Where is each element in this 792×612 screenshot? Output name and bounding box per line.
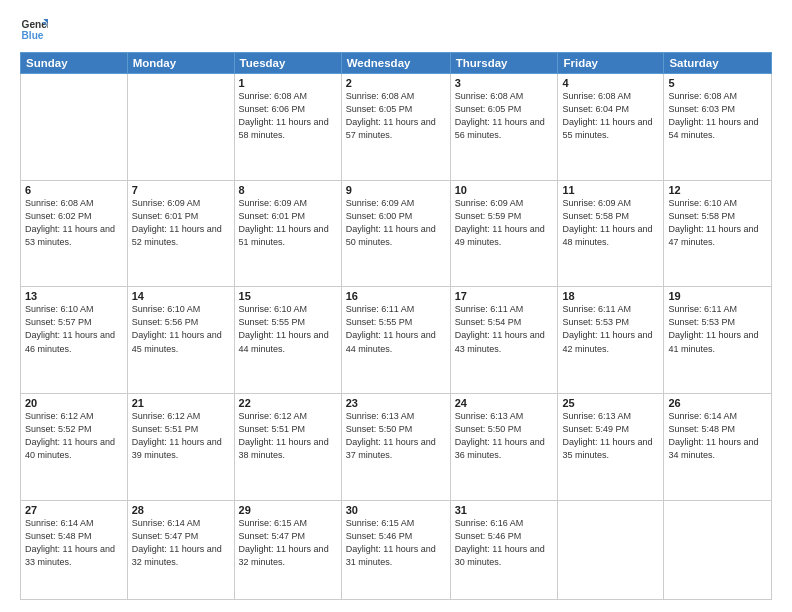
calendar-cell: 18Sunrise: 6:11 AMSunset: 5:53 PMDayligh…: [558, 287, 664, 394]
calendar-cell: [664, 500, 772, 599]
calendar-cell: 27Sunrise: 6:14 AMSunset: 5:48 PMDayligh…: [21, 500, 128, 599]
day-number: 29: [239, 504, 337, 516]
calendar-cell: 19Sunrise: 6:11 AMSunset: 5:53 PMDayligh…: [664, 287, 772, 394]
weekday-header-thursday: Thursday: [450, 53, 558, 74]
weekday-header-sunday: Sunday: [21, 53, 128, 74]
day-number: 17: [455, 290, 554, 302]
week-row-4: 20Sunrise: 6:12 AMSunset: 5:52 PMDayligh…: [21, 394, 772, 501]
day-number: 27: [25, 504, 123, 516]
day-number: 10: [455, 184, 554, 196]
day-number: 25: [562, 397, 659, 409]
calendar-cell: 23Sunrise: 6:13 AMSunset: 5:50 PMDayligh…: [341, 394, 450, 501]
calendar-table: SundayMondayTuesdayWednesdayThursdayFrid…: [20, 52, 772, 600]
day-number: 7: [132, 184, 230, 196]
day-info: Sunrise: 6:11 AMSunset: 5:53 PMDaylight:…: [668, 303, 767, 355]
day-info: Sunrise: 6:08 AMSunset: 6:04 PMDaylight:…: [562, 90, 659, 142]
day-number: 23: [346, 397, 446, 409]
day-info: Sunrise: 6:11 AMSunset: 5:54 PMDaylight:…: [455, 303, 554, 355]
day-info: Sunrise: 6:11 AMSunset: 5:53 PMDaylight:…: [562, 303, 659, 355]
calendar-cell: 7Sunrise: 6:09 AMSunset: 6:01 PMDaylight…: [127, 180, 234, 287]
weekday-header-wednesday: Wednesday: [341, 53, 450, 74]
calendar-cell: 16Sunrise: 6:11 AMSunset: 5:55 PMDayligh…: [341, 287, 450, 394]
calendar-cell: 11Sunrise: 6:09 AMSunset: 5:58 PMDayligh…: [558, 180, 664, 287]
calendar-cell: 2Sunrise: 6:08 AMSunset: 6:05 PMDaylight…: [341, 74, 450, 181]
day-number: 11: [562, 184, 659, 196]
day-number: 18: [562, 290, 659, 302]
calendar-cell: 20Sunrise: 6:12 AMSunset: 5:52 PMDayligh…: [21, 394, 128, 501]
day-number: 30: [346, 504, 446, 516]
calendar-cell: 10Sunrise: 6:09 AMSunset: 5:59 PMDayligh…: [450, 180, 558, 287]
day-number: 6: [25, 184, 123, 196]
day-number: 16: [346, 290, 446, 302]
day-info: Sunrise: 6:13 AMSunset: 5:50 PMDaylight:…: [346, 410, 446, 462]
calendar-cell: 24Sunrise: 6:13 AMSunset: 5:50 PMDayligh…: [450, 394, 558, 501]
logo-icon: General Blue: [20, 16, 48, 44]
calendar-cell: 9Sunrise: 6:09 AMSunset: 6:00 PMDaylight…: [341, 180, 450, 287]
day-number: 2: [346, 77, 446, 89]
day-number: 24: [455, 397, 554, 409]
day-info: Sunrise: 6:15 AMSunset: 5:46 PMDaylight:…: [346, 517, 446, 569]
day-number: 13: [25, 290, 123, 302]
weekday-header-tuesday: Tuesday: [234, 53, 341, 74]
day-info: Sunrise: 6:08 AMSunset: 6:06 PMDaylight:…: [239, 90, 337, 142]
day-number: 20: [25, 397, 123, 409]
day-info: Sunrise: 6:12 AMSunset: 5:51 PMDaylight:…: [132, 410, 230, 462]
calendar-cell: [558, 500, 664, 599]
day-number: 12: [668, 184, 767, 196]
day-number: 3: [455, 77, 554, 89]
calendar-cell: 4Sunrise: 6:08 AMSunset: 6:04 PMDaylight…: [558, 74, 664, 181]
day-info: Sunrise: 6:10 AMSunset: 5:58 PMDaylight:…: [668, 197, 767, 249]
calendar-cell: 29Sunrise: 6:15 AMSunset: 5:47 PMDayligh…: [234, 500, 341, 599]
day-info: Sunrise: 6:09 AMSunset: 5:59 PMDaylight:…: [455, 197, 554, 249]
calendar-cell: 6Sunrise: 6:08 AMSunset: 6:02 PMDaylight…: [21, 180, 128, 287]
week-row-3: 13Sunrise: 6:10 AMSunset: 5:57 PMDayligh…: [21, 287, 772, 394]
calendar-body: 1Sunrise: 6:08 AMSunset: 6:06 PMDaylight…: [21, 74, 772, 600]
day-number: 8: [239, 184, 337, 196]
day-info: Sunrise: 6:09 AMSunset: 6:01 PMDaylight:…: [132, 197, 230, 249]
day-number: 26: [668, 397, 767, 409]
calendar-cell: 8Sunrise: 6:09 AMSunset: 6:01 PMDaylight…: [234, 180, 341, 287]
day-info: Sunrise: 6:08 AMSunset: 6:02 PMDaylight:…: [25, 197, 123, 249]
day-info: Sunrise: 6:09 AMSunset: 6:01 PMDaylight:…: [239, 197, 337, 249]
day-number: 21: [132, 397, 230, 409]
day-info: Sunrise: 6:13 AMSunset: 5:49 PMDaylight:…: [562, 410, 659, 462]
svg-text:Blue: Blue: [22, 30, 44, 41]
calendar-cell: 28Sunrise: 6:14 AMSunset: 5:47 PMDayligh…: [127, 500, 234, 599]
weekday-header-row: SundayMondayTuesdayWednesdayThursdayFrid…: [21, 53, 772, 74]
calendar-cell: 15Sunrise: 6:10 AMSunset: 5:55 PMDayligh…: [234, 287, 341, 394]
day-info: Sunrise: 6:13 AMSunset: 5:50 PMDaylight:…: [455, 410, 554, 462]
day-info: Sunrise: 6:15 AMSunset: 5:47 PMDaylight:…: [239, 517, 337, 569]
calendar-cell: 22Sunrise: 6:12 AMSunset: 5:51 PMDayligh…: [234, 394, 341, 501]
day-info: Sunrise: 6:16 AMSunset: 5:46 PMDaylight:…: [455, 517, 554, 569]
week-row-1: 1Sunrise: 6:08 AMSunset: 6:06 PMDaylight…: [21, 74, 772, 181]
day-number: 9: [346, 184, 446, 196]
day-info: Sunrise: 6:14 AMSunset: 5:47 PMDaylight:…: [132, 517, 230, 569]
calendar-cell: 31Sunrise: 6:16 AMSunset: 5:46 PMDayligh…: [450, 500, 558, 599]
day-info: Sunrise: 6:10 AMSunset: 5:55 PMDaylight:…: [239, 303, 337, 355]
calendar-cell: 30Sunrise: 6:15 AMSunset: 5:46 PMDayligh…: [341, 500, 450, 599]
logo: General Blue: [20, 16, 48, 44]
day-number: 28: [132, 504, 230, 516]
calendar-cell: 13Sunrise: 6:10 AMSunset: 5:57 PMDayligh…: [21, 287, 128, 394]
weekday-header-saturday: Saturday: [664, 53, 772, 74]
weekday-header-friday: Friday: [558, 53, 664, 74]
calendar-cell: 12Sunrise: 6:10 AMSunset: 5:58 PMDayligh…: [664, 180, 772, 287]
calendar-cell: 25Sunrise: 6:13 AMSunset: 5:49 PMDayligh…: [558, 394, 664, 501]
day-info: Sunrise: 6:08 AMSunset: 6:05 PMDaylight:…: [455, 90, 554, 142]
day-info: Sunrise: 6:14 AMSunset: 5:48 PMDaylight:…: [668, 410, 767, 462]
day-info: Sunrise: 6:10 AMSunset: 5:57 PMDaylight:…: [25, 303, 123, 355]
calendar-cell: 17Sunrise: 6:11 AMSunset: 5:54 PMDayligh…: [450, 287, 558, 394]
weekday-header-monday: Monday: [127, 53, 234, 74]
day-info: Sunrise: 6:12 AMSunset: 5:51 PMDaylight:…: [239, 410, 337, 462]
day-number: 15: [239, 290, 337, 302]
calendar-cell: 5Sunrise: 6:08 AMSunset: 6:03 PMDaylight…: [664, 74, 772, 181]
header: General Blue: [20, 16, 772, 44]
day-number: 1: [239, 77, 337, 89]
day-number: 5: [668, 77, 767, 89]
day-info: Sunrise: 6:09 AMSunset: 6:00 PMDaylight:…: [346, 197, 446, 249]
day-info: Sunrise: 6:10 AMSunset: 5:56 PMDaylight:…: [132, 303, 230, 355]
day-number: 19: [668, 290, 767, 302]
day-number: 4: [562, 77, 659, 89]
day-number: 14: [132, 290, 230, 302]
calendar-cell: 1Sunrise: 6:08 AMSunset: 6:06 PMDaylight…: [234, 74, 341, 181]
